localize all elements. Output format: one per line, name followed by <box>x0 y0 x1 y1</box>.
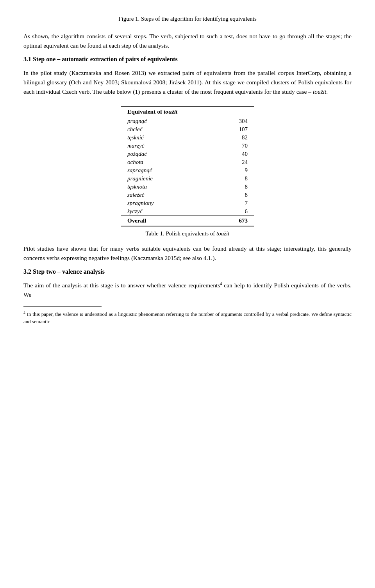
table-body: pragnąć304chcieć107tęsknić82marzyć70pożą… <box>121 117 254 216</box>
table-cell-word: zależeć <box>121 191 207 199</box>
footnote-divider <box>23 306 102 307</box>
table-cell-word: ochota <box>121 158 207 166</box>
section-31-paragraph-1: In the pilot study (Kaczmarska and Rosen… <box>23 68 352 96</box>
table-cell-count: 9 <box>207 166 254 175</box>
table-cell-word: życzyć <box>121 207 207 216</box>
table-cell-word: tęsknić <box>121 134 207 142</box>
overall-label: Overall <box>121 216 207 226</box>
table-cell-count: 7 <box>207 199 254 207</box>
table-cell-count: 82 <box>207 134 254 142</box>
table-cell-count: 8 <box>207 191 254 199</box>
table-cell-word: pragnienie <box>121 175 207 183</box>
section-31-paragraph-2: Pilot studies have shown that for many v… <box>23 244 352 263</box>
table-note: Table 1. Polish equivalents of toužit <box>23 230 352 237</box>
table-row: pragnienie8 <box>121 175 254 183</box>
table-cell-count: 304 <box>207 117 254 126</box>
section-31-para-text: In the pilot study (Kaczmarska and Rosen… <box>23 69 352 95</box>
table-row: zapragnąć9 <box>121 166 254 175</box>
table-cell-word: chcieć <box>121 125 207 134</box>
figure-caption: Figure 1. Steps of the algorithm for ide… <box>23 16 352 22</box>
table-row: pożądać40 <box>121 150 254 158</box>
table-row: chcieć107 <box>121 125 254 134</box>
overall-count: 673 <box>207 216 254 226</box>
table-cell-word: pragnąć <box>121 117 207 126</box>
table-cell-count: 8 <box>207 183 254 191</box>
table-row: spragniony7 <box>121 199 254 207</box>
table-row: życzyć6 <box>121 207 254 216</box>
table-cell-count: 6 <box>207 207 254 216</box>
table-overall-row: Overall 673 <box>121 216 254 226</box>
footnote-ref-4: 4 <box>220 282 222 286</box>
table-cell-count: 24 <box>207 158 254 166</box>
table-cell-word: marzyć <box>121 142 207 150</box>
table-cell-count: 107 <box>207 125 254 134</box>
table-cell-count: 40 <box>207 150 254 158</box>
section-32-para-start: The aim of the analysis at this stage is… <box>23 282 220 289</box>
study-case-word: toužit <box>313 88 326 95</box>
table-heading: Equivalent of toužit <box>121 106 254 117</box>
table-cell-count: 70 <box>207 142 254 150</box>
table-row: ochota24 <box>121 158 254 166</box>
table-row: marzyć70 <box>121 142 254 150</box>
equivalents-table: Equivalent of toužit pragnąć304chcieć107… <box>121 106 254 226</box>
period: . <box>326 88 328 95</box>
footnote-number-4: 4 <box>23 310 25 315</box>
table-row: tęsknić82 <box>121 134 254 142</box>
intro-paragraph: As shown, the algorithm consists of seve… <box>23 32 352 50</box>
section-31-heading: 3.1 Step one – automatic extraction of p… <box>23 56 352 63</box>
section-32-heading: 3.2 Step two – valence analysis <box>23 268 352 275</box>
footnote-content: In this paper, the valence is understood… <box>23 312 352 325</box>
table-cell-word: spragniony <box>121 199 207 207</box>
table-row: zależeć8 <box>121 191 254 199</box>
section-32-paragraph-1: The aim of the analysis at this stage is… <box>23 281 352 299</box>
table-cell-word: pożądać <box>121 150 207 158</box>
table-row: pragnąć304 <box>121 117 254 126</box>
table-cell-count: 8 <box>207 175 254 183</box>
equivalents-table-container: Equivalent of toužit pragnąć304chcieć107… <box>23 106 352 226</box>
table-row: tęsknota8 <box>121 183 254 191</box>
table-cell-word: tęsknota <box>121 183 207 191</box>
footnote-text: 4 In this paper, the valence is understo… <box>23 310 352 326</box>
table-cell-word: zapragnąć <box>121 166 207 175</box>
